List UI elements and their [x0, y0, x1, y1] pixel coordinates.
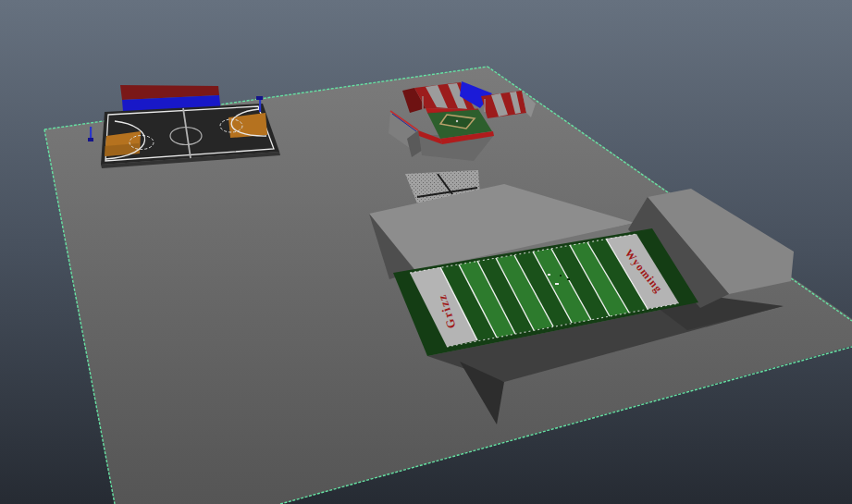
viewport-canvas[interactable]: Grizz Wyoming	[0, 0, 852, 504]
